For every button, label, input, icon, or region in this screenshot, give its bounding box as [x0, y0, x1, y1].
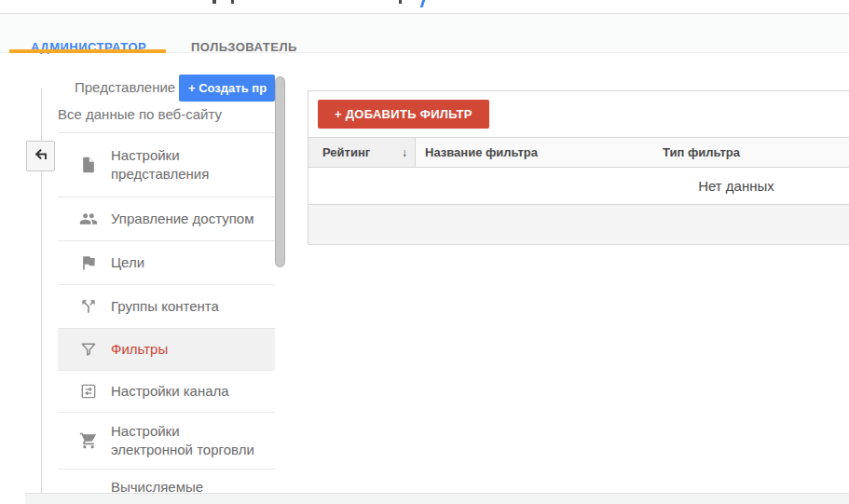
sidebar-item-label: Настройки электронной торговли: [111, 422, 265, 459]
sidebar-item-goals[interactable]: Цели: [58, 240, 275, 284]
add-filter-button[interactable]: + ДОБАВИТЬ ФИЛЬТР: [318, 100, 489, 129]
analytics-admin-page: АДМИНИСТРАТОР ПОЛЬЗОВАТЕЛЬ Представление…: [0, 0, 849, 504]
tab-bar: АДМИНИСТРАТОР ПОЛЬЗОВАТЕЛЬ: [0, 14, 849, 53]
table-empty-row: Нет данных: [308, 168, 849, 205]
channel-icon: [79, 382, 98, 401]
sidebar-item-label: Управление доступом: [111, 210, 265, 228]
sidebar-item-content-grouping[interactable]: Группы контента: [58, 284, 275, 328]
clipped-text-fragment: [399, 0, 402, 4]
cart-icon: [79, 431, 98, 450]
sidebar-item-label: Группы контента: [111, 297, 265, 316]
clipped-text-fragment: [231, 0, 234, 4]
clipped-link-fragment: [420, 0, 426, 7]
column-header-filter-type: Тип фильтра: [649, 145, 849, 159]
people-icon: [79, 210, 98, 228]
split-icon: [79, 297, 98, 316]
sidebar-item-channel-settings[interactable]: Настройки канала: [58, 370, 275, 412]
funnel-icon: [79, 340, 98, 359]
view-section-label: Представление: [75, 79, 175, 95]
tab-user[interactable]: ПОЛЬЗОВАТЕЛЬ: [191, 40, 297, 54]
table-footer-band: [308, 205, 849, 244]
empty-message: Нет данных: [698, 178, 774, 194]
filters-panel: + ДОБАВИТЬ ФИЛЬТР Рейтинг ↓ Название фил…: [308, 90, 849, 245]
panel-toolbar: + ДОБАВИТЬ ФИЛЬТР: [308, 91, 849, 137]
table-header-row: Рейтинг ↓ Название фильтра Тип фильтра: [308, 137, 849, 168]
column-header-label: Рейтинг: [322, 145, 370, 159]
sidebar-scrollbar-thumb[interactable]: [275, 76, 285, 267]
document-icon: [79, 156, 98, 174]
collapse-sidebar-button[interactable]: [26, 141, 55, 171]
sidebar-item-user-management[interactable]: Управление доступом: [58, 197, 275, 240]
create-view-button[interactable]: + Создать пр: [179, 75, 275, 102]
clipped-top-strip: [0, 0, 849, 14]
column-header-filter-name: Название фильтра: [416, 145, 649, 159]
view-name: Все данные по веб-сайту: [58, 106, 222, 122]
sidebar-item-filters[interactable]: Фильтры: [58, 328, 275, 370]
clipped-text-fragment: [212, 0, 216, 4]
sidebar-item-label: Настройки представления: [111, 146, 265, 184]
sidebar-item-label: Цели: [111, 253, 265, 272]
sort-descending-icon: ↓: [402, 146, 407, 159]
column-header-rating[interactable]: Рейтинг ↓: [308, 138, 416, 167]
sidebar-item-ecommerce-settings[interactable]: Настройки электронной торговли: [58, 412, 275, 469]
flag-icon: [79, 253, 98, 272]
sidebar-item-view-settings[interactable]: Настройки представления: [58, 132, 275, 197]
back-arrow-icon: [34, 147, 48, 166]
active-tab-indicator: [9, 49, 166, 53]
bottom-clipped-band: [25, 493, 849, 504]
sidebar-item-label: Фильтры: [111, 340, 265, 359]
sidebar-item-label: Настройки канала: [111, 382, 265, 401]
